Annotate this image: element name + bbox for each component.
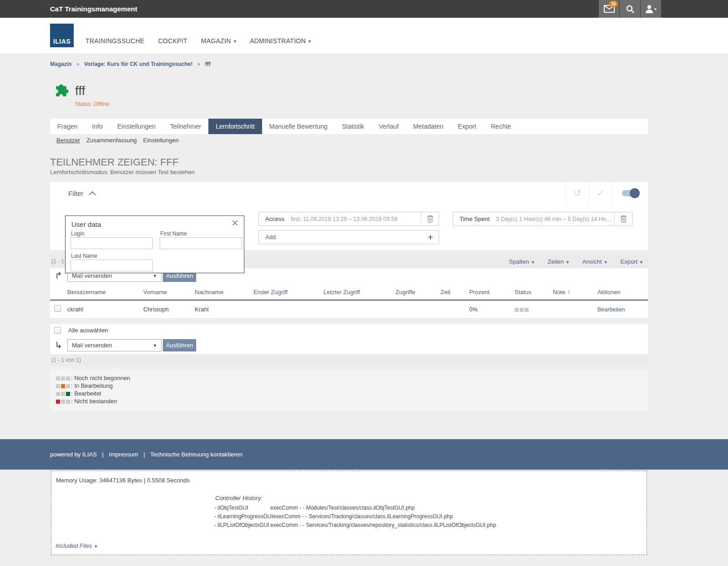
menu-spalten[interactable]: Spalten▼ [509, 258, 535, 265]
chevron-down-icon: ▼ [94, 544, 98, 549]
action-select-bottom[interactable]: Mail versenden ▼ [67, 339, 162, 351]
cell-nachname: Krahl [195, 306, 253, 313]
legend-item: : Bearbeitet [56, 390, 648, 398]
filter-on-toggle[interactable] [622, 190, 638, 196]
plus-icon: + [422, 232, 439, 243]
status-badge: Status: Offline [75, 101, 109, 107]
col-zugriffe[interactable]: Zugriffe [395, 289, 440, 296]
legend-item: : Noch nicht begonnen [56, 375, 648, 382]
filter-chip-access[interactable]: Access first: 11.06.2018 13:29 – 13.06.2… [258, 212, 439, 226]
col-prozent[interactable]: Prozent [469, 289, 515, 296]
chevron-down-icon: ▾ [234, 39, 236, 44]
breadcrumb-vorlage[interactable]: Vorlage: Kurs für CK und Trainingssuche! [84, 61, 192, 67]
puzzle-icon [53, 85, 69, 101]
breadcrumb: Magazin » Vorlage: Kurs für CK und Train… [50, 61, 211, 67]
chevron-down-icon: ▼ [566, 260, 570, 265]
filter-toggle-cell [612, 182, 648, 205]
subtab-bar: Benutzer Zusammenfassung Einstellungen [50, 137, 179, 144]
chevron-up-icon[interactable] [89, 191, 96, 195]
trash-icon[interactable] [614, 212, 632, 225]
apply-to-selection-top-icon: ↱ [55, 270, 62, 281]
table-view-menus: Spalten▼ Zeilen▼ Ansicht▼ Export▼ [496, 258, 643, 265]
menu-ansicht[interactable]: Ansicht▼ [582, 258, 608, 265]
tab-manuelle-bewertung[interactable]: Manuelle Bewertung [262, 119, 335, 134]
close-icon[interactable]: × [232, 217, 238, 229]
last-name-field[interactable] [71, 260, 153, 271]
masthead [0, 18, 728, 53]
tab-info[interactable]: Info [85, 119, 110, 134]
section-subheading: Lernfortschrittsmodus: Benutzer müssen T… [50, 169, 195, 175]
tab-fragen[interactable]: Fragen [50, 119, 85, 134]
page-title: fff [75, 84, 85, 98]
tab-rechte[interactable]: Rechte [484, 119, 518, 134]
filter-toggle-label[interactable]: Filter [68, 190, 83, 197]
tab-verlauf[interactable]: Verlauf [372, 119, 406, 134]
breadcrumb-magazin[interactable]: Magazin [50, 61, 71, 67]
filter-apply-button[interactable]: ✓ [589, 182, 612, 205]
footer: powered by ILIAS | Impressum | Technisch… [0, 439, 728, 470]
bearbeiten-link[interactable]: Bearbeiten [597, 306, 648, 313]
legend-item: : Nicht bestanden [56, 398, 648, 406]
col-nachname[interactable]: Nachname [195, 289, 253, 296]
tab-lernfortschritt[interactable]: Lernfortschritt [208, 119, 262, 134]
menu-export[interactable]: Export▼ [621, 258, 644, 265]
col-zeit[interactable]: Zeit [440, 289, 469, 296]
table-row: ckrahl Christoph Krahl 0% Bearbeiten [50, 301, 648, 319]
impressum-link[interactable]: Impressum [109, 451, 138, 458]
app-title: CaT Trainingsmanagement [50, 0, 137, 18]
included-files-toggle[interactable]: Included Files▼ [56, 542, 98, 549]
toggle-knob [630, 188, 640, 198]
row-spacer [50, 319, 648, 324]
search-button[interactable] [620, 0, 640, 18]
tab-metadaten[interactable]: Metadaten [406, 119, 450, 134]
breadcrumb-fff[interactable]: fff [205, 61, 211, 67]
mail-button[interactable]: 16 [599, 0, 619, 18]
col-benutzername[interactable]: Benutzername [67, 289, 143, 296]
nav-magazin[interactable]: MAGAZIN▾ [201, 37, 236, 45]
status-legend: : Noch nicht begonnen : In Bearbeitung :… [50, 369, 648, 411]
filter-chip-time-spent[interactable]: Time Spent 3 Day(s) 1 Hour(s) 46 min – 5… [453, 212, 632, 226]
check-icon: ✓ [597, 188, 605, 199]
ilias-logo[interactable]: ILIAS [50, 24, 74, 47]
login-field[interactable] [71, 237, 153, 249]
tab-teilnehmer[interactable]: Teilnehmer [163, 119, 208, 134]
execute-button-bottom[interactable]: Ausführen [163, 339, 196, 351]
powered-by-link[interactable]: powered by ILIAS [50, 451, 97, 458]
col-vorname[interactable]: Vorname [143, 289, 195, 296]
tab-export[interactable]: Export [450, 119, 483, 134]
chevron-down-icon: ▼ [604, 260, 608, 265]
support-contact-link[interactable]: Technische Betreuung kontaktieren [150, 451, 243, 458]
nav-trainingssuche[interactable]: TRAININGSSUCHE [86, 37, 144, 45]
mail-badge: 16 [609, 1, 618, 7]
subtab-einstellungen[interactable]: Einstellungen [143, 137, 179, 144]
tab-einstellungen[interactable]: Einstellungen [110, 119, 163, 134]
nav-cockpit[interactable]: COCKPIT [158, 37, 187, 45]
cell-status [515, 306, 553, 313]
col-letzter-zugriff[interactable]: Letzter Zugriff [324, 289, 395, 296]
login-label: Login [71, 230, 84, 237]
select-all-checkbox[interactable] [54, 327, 61, 334]
col-erster-zugriff[interactable]: Erster Zugriff [253, 289, 324, 296]
chevron-down-icon: ▼ [153, 343, 157, 348]
subtab-zusammenfassung[interactable]: Zusammenfassung [86, 137, 137, 144]
tab-statistik[interactable]: Statistik [335, 119, 372, 134]
trash-icon[interactable] [421, 212, 439, 225]
participants-table: ↱ Mail versenden ▼ Ausführen Benutzernam… [50, 268, 648, 366]
user-menu-button[interactable]: ▾ [641, 0, 661, 18]
filter-reset-button[interactable]: ↺ [566, 182, 589, 205]
col-status[interactable]: Status [515, 289, 553, 296]
controller-history-title: Controller History: [215, 495, 263, 501]
row-checkbox[interactable] [54, 305, 61, 312]
col-note[interactable]: Note↑ [553, 288, 597, 296]
user-data-popup: User data × Login First Name Last Name [65, 215, 244, 273]
cell-vorname: Christoph [143, 306, 195, 313]
debug-panel: Memory Usage: 34647136 Bytes | 0.5508 Se… [51, 471, 647, 555]
nav-administration[interactable]: ADMINISTRATION▾ [250, 37, 311, 45]
filter-add-button[interactable]: Add + [258, 230, 439, 244]
breadcrumb-separator: » [76, 61, 80, 67]
cell-prozent: 0% [469, 306, 515, 313]
first-name-field[interactable] [160, 237, 242, 249]
subtab-benutzer[interactable]: Benutzer [56, 137, 80, 144]
menu-zeilen[interactable]: Zeilen▼ [548, 258, 570, 265]
topbar: CaT Trainingsmanagement 16 ▾ [0, 0, 728, 18]
